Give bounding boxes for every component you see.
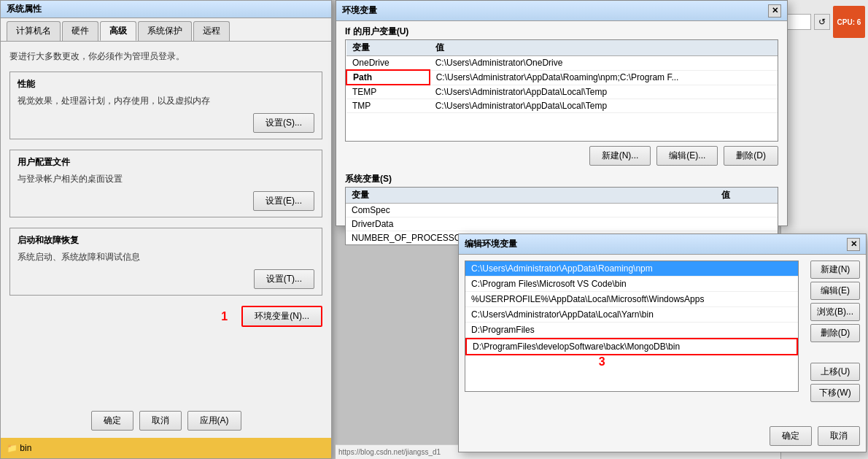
user-var-col-name: 变量 <box>346 40 430 56</box>
user-delete-btn[interactable]: 删除(D) <box>724 146 778 166</box>
refresh-icon: ↺ <box>818 17 826 27</box>
edit-path-list: C:\Users\Administrator\AppData\Roaming\n… <box>465 261 799 392</box>
user-var-name-path: Path 2 <box>346 70 430 85</box>
user-vars-table-container: 变量 值 OneDrive C:\Users\Administrator\One… <box>345 39 778 142</box>
user-section-label: If 的用户变量(U) <box>336 21 787 39</box>
edit-env-window: 编辑环境变量 ✕ C:\Users\Administrator\AppData\… <box>458 234 867 452</box>
badge-1: 1 <box>221 310 228 323</box>
tab-system-protection[interactable]: 系统保护 <box>138 21 192 41</box>
tab-computer-name[interactable]: 计算机名 <box>7 21 61 41</box>
edit-cancel-btn[interactable]: 取消 <box>818 426 860 446</box>
sys-notice: 要进行大多数更改，你必须作为管理员登录。 <box>9 50 322 63</box>
cpu-badge: CPU: 6 <box>833 6 865 38</box>
edit-new-btn[interactable]: 新建(N) <box>810 261 860 279</box>
folder-icon: 📁 bin <box>7 443 31 453</box>
url-text: https://blog.csdn.net/jiangss_d1 <box>338 448 441 456</box>
edit-move-up-btn[interactable]: 上移(U) <box>810 363 860 381</box>
sys-props-bottom-btns: 确定 取消 应用(A) <box>1 405 331 436</box>
edit-env-title-bar: 编辑环境变量 ✕ <box>459 234 866 255</box>
user-var-row-temp[interactable]: TEMP C:\Users\Administrator\AppData\Loca… <box>346 85 778 99</box>
edit-env-title-text: 编辑环境变量 <box>465 238 517 250</box>
user-profile-section: 用户配置文件 与登录帐户相关的桌面设置 设置(E)... <box>9 150 322 217</box>
user-var-name-temp: TEMP <box>346 85 430 99</box>
sys-var-row-comspec[interactable]: ComSpec <box>346 204 778 217</box>
startup-desc: 系统启动、系统故障和调试信息 <box>18 251 314 263</box>
badge-3: 3 <box>599 355 605 369</box>
user-vars-btn-row: 新建(N)... 编辑(E)... 删除(D) <box>336 142 787 170</box>
apply-btn[interactable]: 应用(A) <box>187 411 241 431</box>
tab-advanced[interactable]: 高级 <box>100 21 136 41</box>
sys-vars-label: 系统变量(S) <box>336 170 787 187</box>
edit-bottom-btns: 确定 取消 <box>764 423 866 449</box>
sys-var-col-value: 值 <box>716 188 778 204</box>
user-var-col-value: 值 <box>430 40 778 56</box>
sys-props-title: 系统属性 <box>7 3 42 15</box>
sys-var-comspec: ComSpec <box>346 204 716 217</box>
edit-move-down-btn[interactable]: 下移(W) <box>810 384 860 402</box>
user-var-value-path: C:\Users\Administrator\AppData\Roaming\n… <box>430 70 778 85</box>
user-vars-table: 变量 值 OneDrive C:\Users\Administrator\One… <box>346 40 778 113</box>
user-var-value-onedrive: C:\Users\Administrator\OneDrive <box>430 56 778 71</box>
edit-browse-btn[interactable]: 浏览(B)... <box>810 303 860 321</box>
startup-title: 启动和故障恢复 <box>18 234 314 247</box>
perf-title: 性能 <box>18 78 314 90</box>
edit-delete-btn[interactable]: 删除(D) <box>810 324 860 342</box>
sys-content: 要进行大多数更改，你必须作为管理员登录。 性能 视觉效果，处理器计划，内存使用，… <box>1 42 331 336</box>
sys-props-title-bar: 系统属性 <box>1 1 331 18</box>
user-profile-desc: 与登录帐户相关的桌面设置 <box>18 173 314 185</box>
user-var-name-tmp: TMP <box>346 99 430 113</box>
user-new-btn[interactable]: 新建(N)... <box>589 146 651 166</box>
cancel-btn[interactable]: 取消 <box>139 411 182 431</box>
edit-path-item-4[interactable]: D:\ProgramFiles <box>465 323 798 338</box>
edit-env-close-btn[interactable]: ✕ <box>847 238 860 251</box>
env-close-btn[interactable]: ✕ <box>768 4 781 18</box>
user-var-row-onedrive[interactable]: OneDrive C:\Users\Administrator\OneDrive <box>346 56 778 71</box>
folder-icon-bar: 📁 bin <box>1 438 331 458</box>
startup-settings-btn[interactable]: 设置(T)... <box>254 269 314 289</box>
user-var-row-tmp[interactable]: TMP C:\Users\Administrator\AppData\Local… <box>346 99 778 113</box>
edit-path-item-3[interactable]: C:\Users\Administrator\AppData\Local\Yar… <box>465 307 798 323</box>
tab-remote[interactable]: 远程 <box>193 21 230 41</box>
sys-var-row-driverdata[interactable]: DriverData <box>346 217 778 231</box>
env-variables-window: 环境变量 ✕ If 的用户变量(U) 变量 值 OneDrive C:\User… <box>336 0 788 226</box>
user-var-name-onedrive: OneDrive <box>346 56 430 71</box>
edit-path-item-5[interactable]: D:\ProgramFiles\developSoftware\back\Mon… <box>465 338 798 355</box>
sys-var-driverdata: DriverData <box>346 217 716 231</box>
env-variables-btn[interactable]: 环境变量(N)... <box>241 306 322 327</box>
edit-edit-btn[interactable]: 编辑(E) <box>810 282 860 300</box>
user-profile-settings-btn[interactable]: 设置(E)... <box>253 191 314 211</box>
env-title: 环境变量 <box>342 4 377 17</box>
edit-ok-btn[interactable]: 确定 <box>770 426 812 446</box>
performance-section: 性能 视觉效果，处理器计划，内存使用，以及虚拟内存 设置(S)... <box>9 72 322 139</box>
system-properties-window: 系统属性 计算机名 硬件 高级 系统保护 远程 要进行大多数更改，你必须作为管理… <box>0 0 332 459</box>
user-var-value-temp: C:\Users\Administrator\AppData\Local\Tem… <box>430 85 778 99</box>
user-edit-btn[interactable]: 编辑(E)... <box>656 146 718 166</box>
edit-path-item-2[interactable]: %USERPROFILE%\AppData\Local\Microsoft\Wi… <box>465 292 798 307</box>
sys-var-col-name: 变量 <box>346 188 716 204</box>
edit-path-item-1[interactable]: C:\Program Files\Microsoft VS Code\bin <box>465 277 798 292</box>
ok-btn[interactable]: 确定 <box>91 411 133 431</box>
edit-side-buttons: 新建(N) 编辑(E) 浏览(B)... 删除(D) 上移(U) 下移(W) <box>810 261 860 402</box>
edit-path-item-0[interactable]: C:\Users\Administrator\AppData\Roaming\n… <box>465 261 798 277</box>
refresh-btn[interactable]: ↺ <box>814 14 830 30</box>
user-var-value-tmp: C:\Users\Administrator\AppData\Local\Tem… <box>430 99 778 113</box>
startup-recovery-section: 启动和故障恢复 系统启动、系统故障和调试信息 设置(T)... <box>9 228 322 296</box>
tab-hardware[interactable]: 硬件 <box>62 21 98 41</box>
perf-desc: 视觉效果，处理器计划，内存使用，以及虚拟内存 <box>18 95 314 107</box>
tabs-bar: 计算机名 硬件 高级 系统保护 远程 <box>1 18 331 42</box>
user-var-row-path[interactable]: Path 2 C:\Users\Administrator\AppData\Ro… <box>346 70 778 85</box>
env-title-bar: 环境变量 ✕ <box>336 1 787 21</box>
perf-settings-btn[interactable]: 设置(S)... <box>253 113 314 133</box>
user-profile-title: 用户配置文件 <box>18 156 314 169</box>
